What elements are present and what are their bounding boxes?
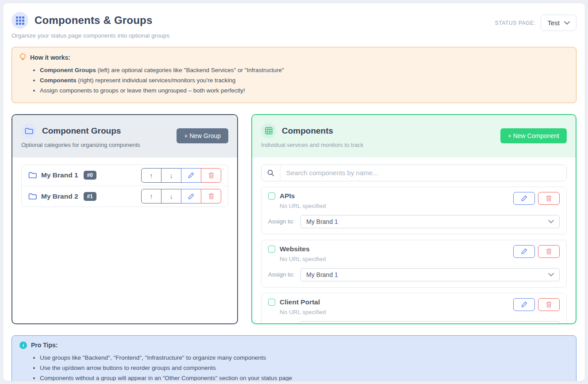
delete-group-button[interactable] bbox=[201, 168, 221, 183]
group-list: My Brand 1 #0 ↑ ↓ My Bra bbox=[21, 165, 228, 207]
components-panel-title: Components bbox=[282, 126, 333, 136]
lightbulb-icon bbox=[19, 53, 26, 61]
table-grid-icon bbox=[261, 123, 276, 138]
page-header: Components & Groups Organize your status… bbox=[12, 12, 576, 39]
assign-group-select[interactable]: My Brand 1 bbox=[300, 215, 560, 228]
group-row: My Brand 2 #1 ↑ ↓ bbox=[22, 186, 228, 207]
pencil-icon bbox=[521, 195, 527, 201]
folder-icon bbox=[28, 172, 37, 179]
component-url-status: No URL specified bbox=[280, 309, 326, 315]
delete-component-button[interactable] bbox=[538, 245, 560, 258]
pro-tips-title: Pro Tips: bbox=[31, 342, 58, 349]
chevron-down-icon bbox=[548, 273, 554, 276]
group-name: My Brand 1 bbox=[41, 171, 78, 179]
group-actions: ↑ ↓ bbox=[141, 189, 221, 204]
status-page-value: Test bbox=[547, 19, 560, 27]
components-groups-page: Components & Groups Organize your status… bbox=[3, 3, 585, 381]
assign-group-select[interactable]: My Brand 2 bbox=[300, 321, 560, 324]
component-card: Websites No URL specified Assign to: My … bbox=[261, 240, 567, 288]
how-it-works-title: How it works: bbox=[30, 54, 70, 61]
trash-icon bbox=[208, 172, 214, 179]
assign-to-label: Assign to: bbox=[268, 271, 294, 278]
down-arrow-icon: ↓ bbox=[169, 192, 173, 200]
chevron-down-icon bbox=[548, 220, 554, 223]
how-it-works-bullet: Component Groups (left) are optional cat… bbox=[40, 65, 569, 76]
folder-icon bbox=[21, 123, 36, 138]
pro-tips-bullet: Components without a group will appear i… bbox=[40, 373, 569, 381]
component-url-status: No URL specified bbox=[280, 203, 326, 209]
assign-group-value: My Brand 1 bbox=[306, 218, 338, 225]
how-it-works-bullet: Assign components to groups or leave the… bbox=[40, 86, 569, 96]
status-page-label: STATUS PAGE: bbox=[495, 20, 536, 26]
component-card: APIs No URL specified Assign to: My Bran… bbox=[261, 187, 567, 234]
component-checkbox[interactable] bbox=[268, 299, 275, 306]
pencil-icon bbox=[521, 248, 527, 254]
component-name: APIs bbox=[280, 192, 295, 200]
component-url-status: No URL specified bbox=[280, 256, 326, 262]
groups-panel-subtitle: Optional categories for organizing compo… bbox=[21, 142, 140, 148]
group-order-badge: #0 bbox=[84, 171, 96, 180]
trash-icon bbox=[546, 248, 552, 255]
trash-icon bbox=[546, 195, 552, 202]
component-card: Client Portal No URL specified Assign to… bbox=[261, 293, 567, 324]
assign-group-select[interactable]: My Brand 1 bbox=[300, 268, 560, 281]
assign-to-label: Assign to: bbox=[268, 218, 294, 225]
component-search bbox=[261, 165, 567, 181]
page-title: Components & Groups bbox=[35, 14, 152, 27]
new-component-button[interactable]: + New Component bbox=[500, 128, 567, 143]
page-subtitle: Organize your status page components int… bbox=[12, 32, 169, 39]
component-name: Client Portal bbox=[280, 298, 320, 306]
folder-icon bbox=[28, 193, 37, 200]
chevron-down-icon bbox=[564, 21, 570, 25]
components-panel-subtitle: Individual services and monitors to trac… bbox=[261, 142, 363, 148]
component-name: Websites bbox=[280, 245, 310, 253]
component-checkbox[interactable] bbox=[268, 246, 275, 253]
up-arrow-icon: ↑ bbox=[150, 172, 153, 179]
search-icon bbox=[261, 165, 281, 181]
up-arrow-icon: ↑ bbox=[150, 192, 153, 200]
edit-component-button[interactable] bbox=[513, 245, 535, 258]
assign-group-value: My Brand 1 bbox=[306, 271, 338, 278]
component-checkbox[interactable] bbox=[268, 192, 275, 200]
pro-tips-bullet: Use groups like "Backend", "Frontend", "… bbox=[40, 353, 569, 363]
group-row: My Brand 1 #0 ↑ ↓ bbox=[22, 165, 228, 186]
edit-component-button[interactable] bbox=[513, 298, 535, 311]
delete-group-button[interactable] bbox=[201, 189, 221, 204]
pro-tips-note: i Pro Tips: Use groups like "Backend", "… bbox=[12, 335, 576, 381]
pencil-icon bbox=[188, 193, 194, 200]
components-panel: Components Individual services and monit… bbox=[251, 114, 576, 324]
how-it-works-bullet: Components (right) represent individual … bbox=[40, 76, 569, 86]
group-actions: ↑ ↓ bbox=[141, 168, 221, 183]
search-input[interactable] bbox=[281, 165, 566, 181]
pencil-icon bbox=[521, 301, 527, 307]
new-group-button[interactable]: + New Group bbox=[177, 128, 228, 143]
info-icon: i bbox=[19, 342, 27, 349]
trash-icon bbox=[208, 193, 214, 200]
move-up-button[interactable]: ↑ bbox=[141, 168, 161, 183]
move-down-button[interactable]: ↓ bbox=[161, 189, 181, 204]
how-it-works-note: How it works: Component Groups (left) ar… bbox=[12, 47, 576, 103]
component-groups-panel: Component Groups Optional categories for… bbox=[12, 114, 238, 324]
edit-component-button[interactable] bbox=[513, 192, 535, 205]
edit-group-button[interactable] bbox=[181, 189, 201, 204]
delete-component-button[interactable] bbox=[538, 298, 560, 311]
group-order-badge: #1 bbox=[84, 192, 96, 201]
delete-component-button[interactable] bbox=[538, 192, 560, 205]
status-page-select[interactable]: Test bbox=[541, 15, 576, 31]
pencil-icon bbox=[188, 172, 194, 178]
app-grid-icon bbox=[12, 12, 28, 29]
groups-panel-title: Component Groups bbox=[42, 126, 121, 136]
pro-tips-bullet: Use the up/down arrow buttons to reorder… bbox=[40, 363, 569, 373]
edit-group-button[interactable] bbox=[181, 168, 201, 183]
group-name: My Brand 2 bbox=[41, 192, 78, 200]
move-down-button[interactable]: ↓ bbox=[161, 168, 181, 183]
down-arrow-icon: ↓ bbox=[169, 172, 173, 179]
trash-icon bbox=[546, 301, 552, 308]
move-up-button[interactable]: ↑ bbox=[141, 189, 161, 204]
